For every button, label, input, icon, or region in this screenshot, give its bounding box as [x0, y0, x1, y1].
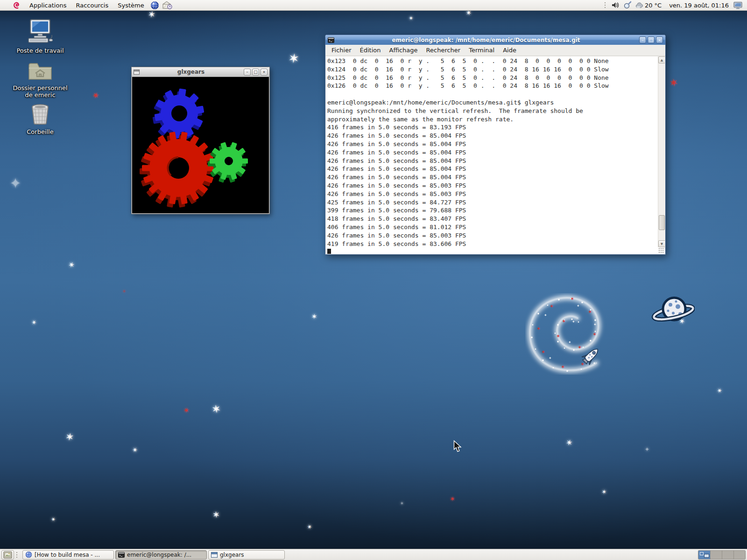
scrollbar[interactable]: ▲ ▼ — [658, 56, 665, 247]
planet-icon — [652, 293, 695, 329]
glxgears-titlebar[interactable]: glxgears – □ × — [132, 67, 269, 77]
maximize-button[interactable]: □ — [252, 69, 259, 76]
taskbar-drag-handle[interactable] — [16, 551, 19, 559]
taskbar-item-terminal[interactable]: emeric@longspeak: /... — [115, 550, 207, 560]
star-icon — [716, 387, 723, 394]
svg-text:✶: ✶ — [588, 309, 592, 315]
workspace-1[interactable] — [698, 551, 710, 559]
trash-icon — [29, 104, 51, 125]
menu-item[interactable]: Affichage — [385, 45, 422, 55]
workspace-3[interactable] — [722, 551, 733, 559]
magnifier-applet[interactable] — [623, 1, 632, 9]
terminal-menubar: FichierÉditionAffichageRechercherTermina… — [325, 45, 665, 56]
terminal-line: 0x124 0 dc 0 16 0 r y . 5 6 5 0 . . 0 24… — [327, 65, 657, 74]
maximize-button[interactable]: □ — [648, 36, 655, 43]
terminal-line: 426 frames in 5.0 seconds = 85.004 FPS — [327, 173, 657, 182]
top-panel: Applications Raccourcis Système — [0, 0, 747, 11]
terminal-line: Running synchronized to the vertical ref… — [327, 107, 657, 115]
desktop-icon-label: Dossier personnel de emeric — [12, 84, 68, 98]
workspace-switcher — [698, 550, 746, 560]
terminal-line: 426 frames in 5.0 seconds = 85.004 FPS — [327, 140, 657, 148]
terminal-line: 0x123 0 dc 0 16 0 r y . 5 6 5 0 . . 0 24… — [327, 57, 657, 65]
terminal-line: 0x125 0 dc 0 16 0 r y . 5 6 5 0 . . 0 24… — [327, 74, 657, 82]
scroll-up-button[interactable]: ▲ — [658, 56, 665, 63]
star-icon — [306, 523, 313, 531]
task-label: [How to build mesa - ... — [35, 552, 100, 558]
star-icon — [122, 289, 126, 294]
show-desktop-button[interactable] — [1, 550, 14, 560]
mail-launcher[interactable] — [162, 1, 172, 9]
terminal-line: 399 frames in 5.0 seconds = 79.688 FPS — [327, 206, 657, 215]
desktop-icon-computer[interactable]: Poste de travail — [12, 19, 68, 54]
mouse-cursor — [453, 440, 462, 455]
menu-item[interactable]: Terminal — [465, 45, 499, 55]
web-browser-icon — [25, 551, 32, 558]
star-icon — [9, 176, 21, 190]
taskbar-item-glxgears[interactable]: glxgears — [208, 550, 285, 560]
workspace-2[interactable] — [710, 551, 722, 559]
menu-item[interactable]: Rechercher — [422, 45, 465, 55]
magnifier-icon — [623, 1, 632, 9]
desktop-icon-trash[interactable]: Corbeille — [12, 104, 68, 135]
star-icon — [669, 77, 679, 89]
svg-text:✦: ✦ — [577, 304, 580, 308]
terminal-content[interactable]: 0x123 0 dc 0 16 0 r y . 5 6 5 0 . . 0 24… — [326, 56, 665, 254]
svg-text:✶: ✶ — [570, 296, 574, 302]
terminal-line: 425 frames in 5.0 seconds = 84.727 FPS — [327, 198, 657, 207]
close-button[interactable]: × — [656, 36, 663, 43]
web-browser-icon — [150, 1, 159, 10]
home-folder-icon — [28, 62, 53, 81]
temperature-label: 20 °C — [645, 2, 662, 9]
terminal-icon — [118, 552, 125, 558]
menu-item[interactable]: Fichier — [327, 45, 356, 55]
desktop-background: ✶✶✶ ✶✶✶ ✶✶✶ ✶✶ ✦✦✦ ✦✦✦ — [0, 0, 747, 560]
terminal-line: 418 frames in 5.0 seconds = 83.407 FPS — [327, 215, 657, 223]
terminal-line — [327, 90, 657, 98]
close-button[interactable]: × — [261, 69, 268, 76]
svg-text:✶: ✶ — [561, 364, 565, 370]
menu-item[interactable]: Aide — [499, 45, 521, 55]
minimize-button[interactable]: – — [639, 36, 646, 43]
display-applet[interactable] — [733, 1, 742, 9]
menu-applications[interactable]: Applications — [25, 1, 71, 10]
terminal-line: 426 frames in 5.0 seconds = 85.003 FPS — [327, 231, 657, 240]
menu-raccourcis[interactable]: Raccourcis — [71, 1, 113, 10]
terminal-line: 426 frames in 5.0 seconds = 85.004 FPS — [327, 132, 657, 140]
star-icon — [211, 403, 221, 416]
terminal-line: 419 frames in 5.0 seconds = 83.606 FPS — [327, 240, 657, 248]
terminal-cursor — [327, 249, 331, 254]
minimize-button[interactable]: – — [244, 69, 251, 76]
weather-applet[interactable]: 20 °C — [635, 2, 662, 9]
star-icon — [131, 446, 139, 454]
browser-launcher[interactable] — [150, 1, 159, 10]
volume-applet[interactable] — [611, 1, 620, 9]
star-icon — [450, 496, 456, 502]
svg-text:✦: ✦ — [544, 313, 547, 317]
desktop-icon-home-folder[interactable]: Dossier personnel de emeric — [12, 62, 68, 98]
star-icon — [67, 260, 76, 269]
menu-systeme[interactable]: Système — [113, 1, 148, 10]
star-icon — [30, 319, 37, 326]
scrollbar-thumb[interactable] — [659, 215, 665, 230]
show-desktop-icon — [3, 551, 12, 559]
clock-label[interactable]: ven. 19 août, 01:16 — [669, 2, 729, 9]
tray-drag-handle[interactable] — [604, 1, 607, 9]
speaker-icon — [611, 1, 620, 9]
workspace-4[interactable] — [733, 551, 745, 559]
terminal-line: approximately the same as the monitor re… — [327, 115, 657, 124]
resize-grip[interactable] — [658, 248, 664, 253]
star-icon — [212, 510, 220, 520]
menu-item[interactable]: Édition — [356, 45, 385, 55]
taskbar-item-browser[interactable]: [How to build mesa - ... — [22, 550, 114, 560]
star-icon — [183, 406, 190, 415]
window-icon — [211, 552, 218, 558]
terminal-titlebar[interactable]: emeric@longspeak: /mnt/home/emeric/Docum… — [325, 35, 665, 45]
window-title: glxgears — [140, 69, 242, 75]
svg-text:✶: ✶ — [578, 344, 582, 350]
debian-logo-icon — [12, 1, 21, 10]
scroll-down-button[interactable]: ▼ — [658, 240, 665, 247]
terminal-line: 426 frames in 5.0 seconds = 85.004 FPS — [327, 157, 657, 165]
svg-text:✦: ✦ — [572, 320, 575, 324]
terminal-line: emeric@longspeak:/mnt/home/emeric/Docume… — [327, 98, 657, 107]
terminal-line: 426 frames in 5.0 seconds = 85.004 FPS — [327, 165, 657, 173]
